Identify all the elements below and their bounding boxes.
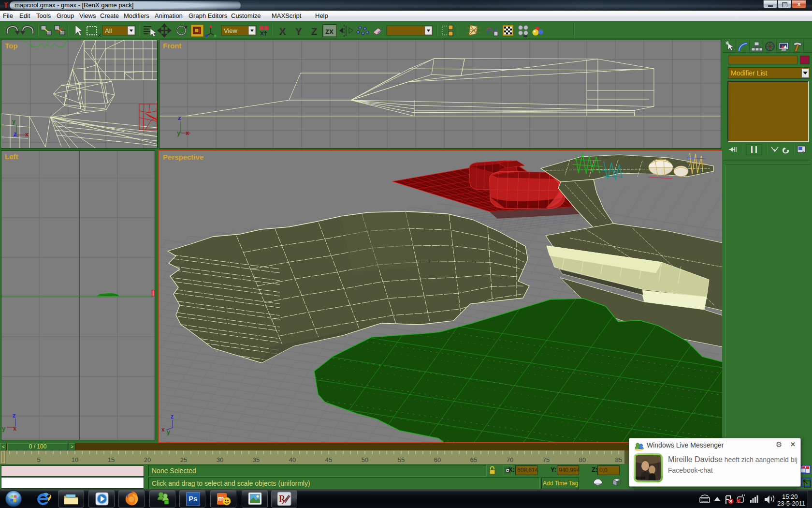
svg-text:All: All (105, 27, 112, 34)
svg-text:5: 5 (37, 456, 40, 463)
svg-text:25: 25 (180, 456, 187, 463)
svg-text:R: R (279, 494, 286, 504)
svg-text:35: 35 (253, 456, 260, 463)
svg-text:y: y (177, 129, 181, 136)
svg-text:23-5-2011: 23-5-2011 (777, 500, 805, 507)
svg-text:45: 45 (325, 456, 332, 463)
svg-text:View: View (224, 27, 238, 34)
svg-text:Z: Z (311, 26, 317, 36)
svg-text:x: x (25, 131, 29, 138)
svg-text:70: 70 (507, 456, 513, 463)
svg-text:Y: Y (295, 26, 302, 36)
svg-text:Left: Left (5, 152, 18, 161)
svg-text:zx: zx (325, 27, 334, 35)
svg-text:85: 85 (615, 456, 622, 463)
svg-text:Perspective: Perspective (163, 153, 203, 161)
svg-text:15:20: 15:20 (782, 493, 798, 500)
svg-text:80: 80 (579, 456, 586, 463)
svg-text:X: X (279, 26, 286, 36)
svg-text:60: 60 (434, 456, 441, 463)
svg-text:40: 40 (289, 456, 296, 463)
svg-text:ID: ID (523, 34, 527, 38)
svg-text:y: y (2, 425, 6, 432)
svg-text:z: z (13, 412, 16, 419)
svg-text:z: z (178, 114, 181, 121)
svg-text:75: 75 (543, 456, 550, 463)
svg-text:20: 20 (144, 456, 151, 463)
svg-text:65: 65 (470, 456, 477, 463)
svg-text:x: x (13, 425, 17, 432)
svg-text:y: y (12, 118, 16, 125)
svg-text:55: 55 (398, 456, 405, 463)
svg-text:30: 30 (217, 456, 223, 463)
svg-text:50: 50 (362, 456, 368, 463)
svg-text:x: x (161, 426, 165, 433)
svg-text:z: z (171, 413, 174, 420)
svg-text:Top: Top (5, 42, 17, 50)
svg-text:15: 15 (108, 456, 115, 463)
svg-text:10: 10 (72, 456, 78, 463)
svg-text:Front: Front (163, 42, 181, 50)
